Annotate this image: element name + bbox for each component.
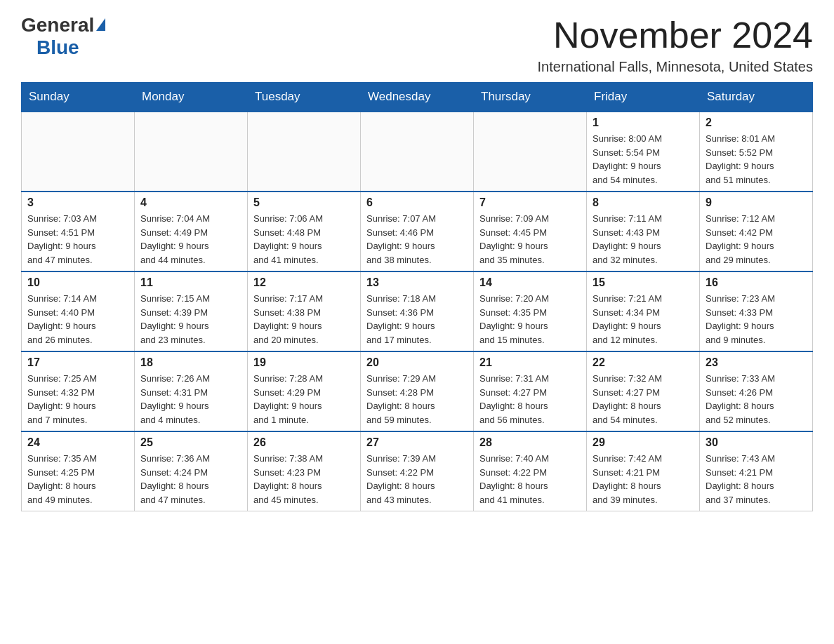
day-info: Sunrise: 7:20 AM Sunset: 4:35 PM Dayligh…	[479, 292, 581, 347]
day-number: 18	[140, 356, 241, 369]
day-number: 25	[140, 436, 241, 449]
calendar-cell: 10Sunrise: 7:14 AM Sunset: 4:40 PM Dayli…	[22, 271, 135, 351]
day-number: 26	[253, 436, 355, 449]
day-info: Sunrise: 7:29 AM Sunset: 4:28 PM Dayligh…	[366, 372, 468, 427]
day-number: 10	[27, 276, 128, 289]
day-number: 14	[479, 276, 581, 289]
calendar-cell: 6Sunrise: 7:07 AM Sunset: 4:46 PM Daylig…	[361, 192, 474, 271]
day-info: Sunrise: 7:14 AM Sunset: 4:40 PM Dayligh…	[27, 292, 128, 347]
day-number: 23	[706, 356, 807, 369]
day-info: Sunrise: 7:32 AM Sunset: 4:27 PM Dayligh…	[593, 372, 694, 427]
day-number: 29	[593, 436, 694, 449]
column-header-saturday: Saturday	[700, 83, 813, 112]
day-number: 15	[593, 276, 694, 289]
week-row-4: 17Sunrise: 7:25 AM Sunset: 4:32 PM Dayli…	[22, 351, 813, 431]
day-info: Sunrise: 7:17 AM Sunset: 4:38 PM Dayligh…	[253, 292, 355, 347]
calendar-cell: 12Sunrise: 7:17 AM Sunset: 4:38 PM Dayli…	[248, 271, 361, 351]
column-header-sunday: Sunday	[22, 83, 135, 112]
logo-arrow-icon	[96, 18, 105, 31]
day-number: 5	[253, 196, 355, 209]
day-number: 13	[366, 276, 468, 289]
day-number: 11	[140, 276, 241, 289]
column-header-friday: Friday	[587, 83, 700, 112]
day-info: Sunrise: 7:33 AM Sunset: 4:26 PM Dayligh…	[706, 372, 807, 427]
day-info: Sunrise: 7:35 AM Sunset: 4:25 PM Dayligh…	[27, 452, 128, 507]
calendar-cell: 15Sunrise: 7:21 AM Sunset: 4:34 PM Dayli…	[587, 271, 700, 351]
day-info: Sunrise: 7:09 AM Sunset: 4:45 PM Dayligh…	[479, 212, 581, 267]
day-info: Sunrise: 7:28 AM Sunset: 4:29 PM Dayligh…	[253, 372, 355, 427]
calendar-cell	[361, 112, 474, 192]
day-number: 9	[706, 196, 807, 209]
week-row-3: 10Sunrise: 7:14 AM Sunset: 4:40 PM Dayli…	[22, 271, 813, 351]
day-info: Sunrise: 7:42 AM Sunset: 4:21 PM Dayligh…	[593, 452, 694, 507]
calendar-cell	[248, 112, 361, 192]
calendar-cell: 26Sunrise: 7:38 AM Sunset: 4:23 PM Dayli…	[248, 431, 361, 511]
column-header-monday: Monday	[135, 83, 248, 112]
calendar-header-row: SundayMondayTuesdayWednesdayThursdayFrid…	[22, 83, 813, 112]
page-header: General Blue November 2024 International…	[21, 14, 813, 75]
calendar-cell: 21Sunrise: 7:31 AM Sunset: 4:27 PM Dayli…	[474, 351, 587, 431]
day-number: 16	[706, 276, 807, 289]
day-number: 28	[479, 436, 581, 449]
day-info: Sunrise: 7:31 AM Sunset: 4:27 PM Dayligh…	[479, 372, 581, 427]
calendar-cell: 11Sunrise: 7:15 AM Sunset: 4:39 PM Dayli…	[135, 271, 248, 351]
calendar-cell: 2Sunrise: 8:01 AM Sunset: 5:52 PM Daylig…	[700, 112, 813, 192]
day-info: Sunrise: 7:12 AM Sunset: 4:42 PM Dayligh…	[706, 212, 807, 267]
day-info: Sunrise: 7:43 AM Sunset: 4:21 PM Dayligh…	[706, 452, 807, 507]
day-info: Sunrise: 7:06 AM Sunset: 4:48 PM Dayligh…	[253, 212, 355, 267]
calendar-table: SundayMondayTuesdayWednesdayThursdayFrid…	[21, 82, 813, 511]
calendar-cell: 27Sunrise: 7:39 AM Sunset: 4:22 PM Dayli…	[361, 431, 474, 511]
title-section: November 2024 International Falls, Minne…	[538, 14, 813, 75]
week-row-5: 24Sunrise: 7:35 AM Sunset: 4:25 PM Dayli…	[22, 431, 813, 511]
day-number: 2	[706, 116, 807, 129]
calendar-cell: 4Sunrise: 7:04 AM Sunset: 4:49 PM Daylig…	[135, 192, 248, 271]
calendar-cell: 30Sunrise: 7:43 AM Sunset: 4:21 PM Dayli…	[700, 431, 813, 511]
day-info: Sunrise: 7:18 AM Sunset: 4:36 PM Dayligh…	[366, 292, 468, 347]
calendar-cell: 25Sunrise: 7:36 AM Sunset: 4:24 PM Dayli…	[135, 431, 248, 511]
day-number: 17	[27, 356, 128, 369]
week-row-2: 3Sunrise: 7:03 AM Sunset: 4:51 PM Daylig…	[22, 192, 813, 271]
calendar-cell	[474, 112, 587, 192]
day-info: Sunrise: 7:36 AM Sunset: 4:24 PM Dayligh…	[140, 452, 241, 507]
calendar-cell	[22, 112, 135, 192]
calendar-cell: 8Sunrise: 7:11 AM Sunset: 4:43 PM Daylig…	[587, 192, 700, 271]
calendar-cell: 18Sunrise: 7:26 AM Sunset: 4:31 PM Dayli…	[135, 351, 248, 431]
day-info: Sunrise: 7:11 AM Sunset: 4:43 PM Dayligh…	[593, 212, 694, 267]
day-number: 21	[479, 356, 581, 369]
day-number: 3	[27, 196, 128, 209]
day-info: Sunrise: 7:03 AM Sunset: 4:51 PM Dayligh…	[27, 212, 128, 267]
day-info: Sunrise: 7:40 AM Sunset: 4:22 PM Dayligh…	[479, 452, 581, 507]
day-number: 8	[593, 196, 694, 209]
column-header-wednesday: Wednesday	[361, 83, 474, 112]
calendar-cell: 16Sunrise: 7:23 AM Sunset: 4:33 PM Dayli…	[700, 271, 813, 351]
calendar-cell	[135, 112, 248, 192]
day-number: 12	[253, 276, 355, 289]
day-number: 7	[479, 196, 581, 209]
calendar-cell: 29Sunrise: 7:42 AM Sunset: 4:21 PM Dayli…	[587, 431, 700, 511]
day-info: Sunrise: 8:01 AM Sunset: 5:52 PM Dayligh…	[706, 132, 807, 187]
day-info: Sunrise: 7:25 AM Sunset: 4:32 PM Dayligh…	[27, 372, 128, 427]
logo: General Blue	[21, 14, 105, 59]
day-info: Sunrise: 7:26 AM Sunset: 4:31 PM Dayligh…	[140, 372, 241, 427]
day-info: Sunrise: 7:15 AM Sunset: 4:39 PM Dayligh…	[140, 292, 241, 347]
calendar-cell: 17Sunrise: 7:25 AM Sunset: 4:32 PM Dayli…	[22, 351, 135, 431]
day-info: Sunrise: 7:07 AM Sunset: 4:46 PM Dayligh…	[366, 212, 468, 267]
calendar-cell: 9Sunrise: 7:12 AM Sunset: 4:42 PM Daylig…	[700, 192, 813, 271]
calendar-cell: 13Sunrise: 7:18 AM Sunset: 4:36 PM Dayli…	[361, 271, 474, 351]
day-number: 20	[366, 356, 468, 369]
day-info: Sunrise: 7:21 AM Sunset: 4:34 PM Dayligh…	[593, 292, 694, 347]
month-title: November 2024	[538, 14, 813, 56]
day-number: 19	[253, 356, 355, 369]
day-info: Sunrise: 7:04 AM Sunset: 4:49 PM Dayligh…	[140, 212, 241, 267]
day-number: 27	[366, 436, 468, 449]
calendar-cell: 22Sunrise: 7:32 AM Sunset: 4:27 PM Dayli…	[587, 351, 700, 431]
calendar-cell: 1Sunrise: 8:00 AM Sunset: 5:54 PM Daylig…	[587, 112, 700, 192]
calendar-cell: 23Sunrise: 7:33 AM Sunset: 4:26 PM Dayli…	[700, 351, 813, 431]
logo-general-text: General	[21, 14, 94, 36]
column-header-tuesday: Tuesday	[248, 83, 361, 112]
day-number: 24	[27, 436, 128, 449]
day-info: Sunrise: 7:38 AM Sunset: 4:23 PM Dayligh…	[253, 452, 355, 507]
calendar-cell: 19Sunrise: 7:28 AM Sunset: 4:29 PM Dayli…	[248, 351, 361, 431]
calendar-cell: 7Sunrise: 7:09 AM Sunset: 4:45 PM Daylig…	[474, 192, 587, 271]
day-number: 30	[706, 436, 807, 449]
